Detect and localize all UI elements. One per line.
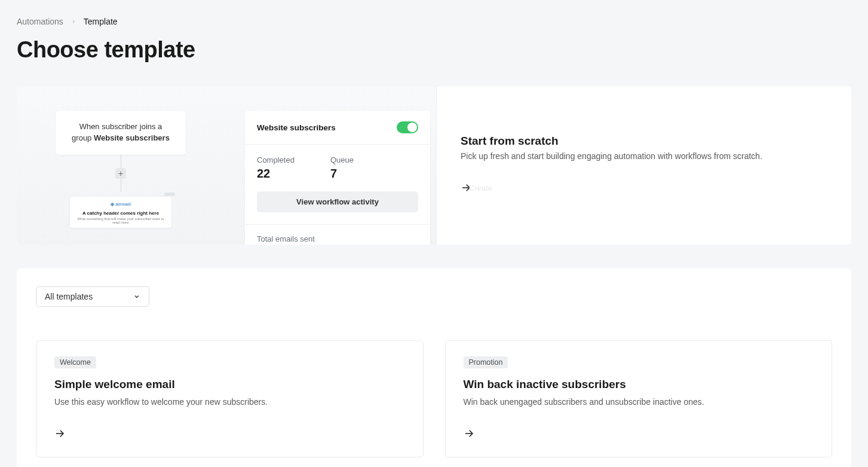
total-emails-label: Total emails sent xyxy=(257,234,418,243)
view-workflow-activity-button[interactable]: View workflow activity xyxy=(257,191,418,212)
arrow-right-icon xyxy=(464,428,814,441)
template-filter-value: All templates xyxy=(45,292,93,301)
template-title: Win back inactive subscribers xyxy=(464,378,814,391)
create-from-scratch-link[interactable]: Create xyxy=(461,182,827,193)
breadcrumb: Automations Template xyxy=(17,17,851,26)
completed-value: 22 xyxy=(257,167,295,181)
chevron-right-icon xyxy=(70,19,76,25)
chevron-down-icon xyxy=(133,293,140,300)
template-title: Simple welcome email xyxy=(54,378,405,391)
plus-icon: + xyxy=(115,168,126,179)
create-label: Create xyxy=(469,184,492,193)
workflow-trigger-group: Website subscribers xyxy=(94,133,170,142)
stats-card-title: Website subscribers xyxy=(257,123,336,132)
queue-label: Queue xyxy=(330,155,354,164)
template-description: Win back unengaged subscribers and unsub… xyxy=(464,397,814,407)
email-preview-headline: A catchy header comes right here xyxy=(76,210,165,216)
arrow-right-icon xyxy=(54,428,405,441)
breadcrumb-current: Template xyxy=(84,17,118,26)
workflow-stats-card: Website subscribers Completed 22 Queue 7 xyxy=(245,111,430,245)
completed-label: Completed xyxy=(257,155,295,164)
template-card-welcome[interactable]: Welcome Simple welcome email Use this ea… xyxy=(36,340,424,457)
workflow-trigger-node: When subscriber joins a group Website su… xyxy=(56,111,186,155)
workflow-toggle[interactable] xyxy=(397,121,418,133)
templates-panel: All templates Welcome Simple welcome ema… xyxy=(17,268,851,467)
email-preview-brand: ◆ airmail xyxy=(76,202,165,207)
email-preview-card: ◆ airmail A catchy header comes right he… xyxy=(70,197,171,228)
start-from-scratch-description: Pick up fresh and start building engagin… xyxy=(461,151,827,161)
template-filter-select[interactable]: All templates xyxy=(36,286,149,307)
page-title: Choose template xyxy=(17,37,851,63)
hero-illustration: When subscriber joins a group Website su… xyxy=(17,87,437,245)
start-from-scratch-title: Start from scratch xyxy=(461,135,827,148)
breadcrumb-automations[interactable]: Automations xyxy=(17,17,63,26)
template-tag: Welcome xyxy=(54,356,96,368)
email-preview-subtext: Write something that will make your subs… xyxy=(76,217,165,224)
hero-section: When subscriber joins a group Website su… xyxy=(17,87,851,245)
template-description: Use this easy workflow to welcome your n… xyxy=(54,397,405,407)
template-card-promotion[interactable]: Promotion Win back inactive subscribers … xyxy=(445,340,833,457)
queue-value: 7 xyxy=(330,167,354,181)
template-tag: Promotion xyxy=(464,356,508,368)
